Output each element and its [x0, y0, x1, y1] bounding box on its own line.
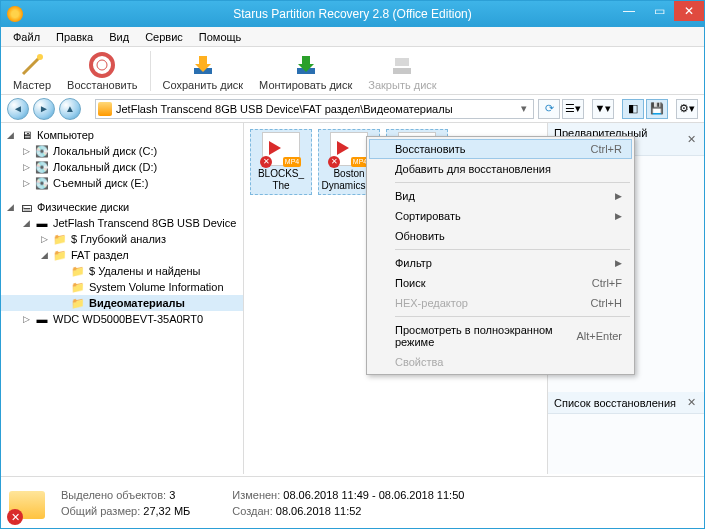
mount-disk-button[interactable]: Монтировать диск — [251, 49, 360, 93]
recovery-list-close-icon[interactable]: ✕ — [684, 396, 698, 409]
titlebar: Starus Partition Recovery 2.8 (Office Ed… — [1, 1, 704, 27]
status-modified: Изменен: 08.06.2018 11:49 - 08.06.2018 1… — [232, 489, 464, 501]
ctx-fullscreen[interactable]: Просмотреть в полноэкранном режимеAlt+En… — [369, 320, 632, 352]
ctx-view[interactable]: Вид▶ — [369, 186, 632, 206]
mount-disk-icon — [292, 51, 320, 79]
svg-point-1 — [37, 54, 43, 60]
address-text: JetFlash Transcend 8GB USB Device\FAT ра… — [116, 103, 517, 115]
drive-icon: 💽 — [34, 160, 50, 174]
status-bar: ✕ Выделено объектов: 3 Общий размер: 27,… — [1, 476, 704, 528]
close-disk-label: Закрыть диск — [368, 79, 436, 91]
window-controls: — ▭ ✕ — [614, 1, 704, 21]
tree-video-materials[interactable]: 📁Видеоматериалы — [1, 295, 243, 311]
nav-up-button[interactable]: ▲ — [59, 98, 81, 120]
menubar: Файл Правка Вид Сервис Помощь — [1, 27, 704, 47]
window-title: Starus Partition Recovery 2.8 (Office Ed… — [233, 7, 472, 21]
tree-computer[interactable]: ◢🖥Компьютер — [1, 127, 243, 143]
folder-tree[interactable]: ◢🖥Компьютер ▷💽Локальный диск (C:) ▷💽Лока… — [1, 123, 244, 474]
ctx-refresh[interactable]: Обновить — [369, 226, 632, 246]
menu-edit[interactable]: Правка — [50, 29, 99, 45]
tree-fat-partition[interactable]: ◢📁FAT раздел — [1, 247, 243, 263]
tree-removable-e[interactable]: ▷💽Съемный диск (E:) — [1, 175, 243, 191]
close-disk-button: Закрыть диск — [360, 49, 444, 93]
svg-point-3 — [97, 60, 107, 70]
disk-group-icon: 🖴 — [18, 200, 34, 214]
ctx-recover[interactable]: ВосстановитьCtrl+R — [369, 139, 632, 159]
computer-icon: 🖥 — [18, 128, 34, 142]
save-disk-button[interactable]: Сохранить диск — [155, 49, 252, 93]
status-created: Создан: 08.06.2018 11:52 — [232, 505, 464, 517]
ctx-sort[interactable]: Сортировать▶ — [369, 206, 632, 226]
tree-deleted-found[interactable]: 📁$ Удалены и найдены — [1, 263, 243, 279]
options-button[interactable]: ⚙▾ — [676, 99, 698, 119]
preview-toggle-button[interactable]: ◧ — [622, 99, 644, 119]
app-icon — [7, 6, 23, 22]
nav-forward-button[interactable]: ► — [33, 98, 55, 120]
maximize-button[interactable]: ▭ — [644, 1, 674, 21]
recovery-list-header: Список восстановления ✕ — [548, 392, 704, 414]
filter-button[interactable]: ▼▾ — [592, 99, 614, 119]
save-disk-label: Сохранить диск — [163, 79, 244, 91]
ctx-separator — [395, 249, 630, 250]
menu-help[interactable]: Помощь — [193, 29, 248, 45]
address-bar[interactable]: JetFlash Transcend 8GB USB Device\FAT ра… — [95, 99, 534, 119]
nav-back-button[interactable]: ◄ — [7, 98, 29, 120]
preview-close-icon[interactable]: ✕ — [685, 133, 698, 146]
menu-file[interactable]: Файл — [7, 29, 46, 45]
menu-service[interactable]: Сервис — [139, 29, 189, 45]
tree-local-c[interactable]: ▷💽Локальный диск (C:) — [1, 143, 243, 159]
recovery-list-title: Список восстановления — [554, 397, 676, 409]
nav-right-controls: ⟳ ☰▾ ▼▾ ◧ 💾 ⚙▾ — [538, 99, 698, 119]
address-dropdown-icon[interactable]: ▾ — [517, 102, 531, 115]
menu-view[interactable]: Вид — [103, 29, 135, 45]
ctx-separator — [395, 316, 630, 317]
svg-line-0 — [23, 58, 39, 74]
video-file-icon: MP4✕ — [262, 132, 300, 166]
file-item[interactable]: MP4✕ BLOCKS_ The instrument ... — [250, 129, 312, 195]
close-disk-icon — [388, 51, 416, 79]
deleted-mark-icon: ✕ — [328, 156, 340, 168]
recover-button[interactable]: Восстановить — [59, 49, 145, 93]
chevron-right-icon: ▶ — [615, 211, 622, 221]
partition-icon: 📁 — [52, 248, 68, 262]
deleted-icon: 📁 — [70, 264, 86, 278]
ctx-hex: HEX-редакторCtrl+H — [369, 293, 632, 313]
folder-icon: 📁 — [70, 280, 86, 294]
mount-disk-label: Монтировать диск — [259, 79, 352, 91]
tree-sysvol[interactable]: 📁System Volume Information — [1, 279, 243, 295]
refresh-button[interactable]: ⟳ — [538, 99, 560, 119]
wand-icon — [18, 51, 46, 79]
file-label: BLOCKS_ The instrument ... — [253, 168, 309, 192]
deleted-mark-icon: ✕ — [260, 156, 272, 168]
close-button[interactable]: ✕ — [674, 1, 704, 21]
video-file-icon: MP4✕ — [330, 132, 368, 166]
toolbar: Мастер Восстановить Сохранить диск Монти… — [1, 47, 704, 95]
ctx-search[interactable]: ПоискCtrl+F — [369, 273, 632, 293]
chevron-right-icon: ▶ — [615, 191, 622, 201]
ctx-filter[interactable]: Фильтр▶ — [369, 253, 632, 273]
views-button[interactable]: ☰▾ — [562, 99, 584, 119]
chevron-right-icon: ▶ — [615, 258, 622, 268]
lifebuoy-icon — [88, 51, 116, 79]
tree-jetflash[interactable]: ◢▬JetFlash Transcend 8GB USB Device — [1, 215, 243, 231]
ctx-properties: Свойства — [369, 352, 632, 372]
usb-icon: 💽 — [34, 176, 50, 190]
drive-icon: 💽 — [34, 144, 50, 158]
tree-wdc[interactable]: ▷▬WDC WD5000BEVT-35A0RT0 — [1, 311, 243, 327]
usb-device-icon: ▬ — [34, 216, 50, 230]
folder-icon — [98, 102, 112, 116]
ctx-add-recover[interactable]: Добавить для восстановления — [369, 159, 632, 179]
minimize-button[interactable]: — — [614, 1, 644, 21]
deep-icon: 📁 — [52, 232, 68, 246]
svg-rect-6 — [393, 68, 411, 74]
context-menu: ВосстановитьCtrl+R Добавить для восстано… — [366, 136, 635, 375]
save-panel-button[interactable]: 💾 — [646, 99, 668, 119]
tree-physical-disks[interactable]: ◢🖴Физические диски — [1, 199, 243, 215]
hdd-icon: ▬ — [34, 312, 50, 326]
wizard-button[interactable]: Мастер — [5, 49, 59, 93]
tree-local-d[interactable]: ▷💽Локальный диск (D:) — [1, 159, 243, 175]
toolbar-separator — [150, 51, 151, 91]
tree-deep-analysis[interactable]: ▷📁$ Глубокий анализ — [1, 231, 243, 247]
svg-rect-7 — [395, 58, 409, 66]
status-selected: Выделено объектов: 3 — [61, 489, 190, 501]
